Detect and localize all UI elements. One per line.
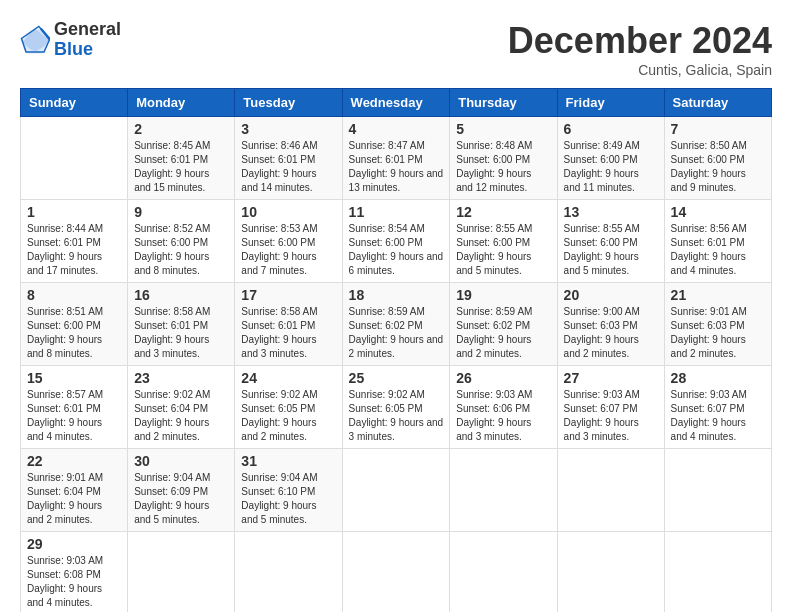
calendar-week-row: 1Sunrise: 8:44 AM Sunset: 6:01 PM Daylig… [21, 200, 772, 283]
day-number: 23 [134, 370, 228, 386]
day-number: 18 [349, 287, 444, 303]
day-number: 2 [134, 121, 228, 137]
day-info: Sunrise: 8:45 AM Sunset: 6:01 PM Dayligh… [134, 139, 228, 195]
day-number: 17 [241, 287, 335, 303]
day-info: Sunrise: 8:58 AM Sunset: 6:01 PM Dayligh… [134, 305, 228, 361]
day-number: 19 [456, 287, 550, 303]
calendar-week-row: 15Sunrise: 8:57 AM Sunset: 6:01 PM Dayli… [21, 366, 772, 449]
calendar-cell: 8Sunrise: 8:51 AM Sunset: 6:00 PM Daylig… [21, 283, 128, 366]
day-info: Sunrise: 9:01 AM Sunset: 6:04 PM Dayligh… [27, 471, 121, 527]
calendar-cell: 27Sunrise: 9:03 AM Sunset: 6:07 PM Dayli… [557, 366, 664, 449]
day-number: 30 [134, 453, 228, 469]
calendar-cell [557, 532, 664, 613]
day-number: 8 [27, 287, 121, 303]
calendar-day-header: Friday [557, 89, 664, 117]
day-number: 20 [564, 287, 658, 303]
calendar-cell: 13Sunrise: 8:55 AM Sunset: 6:00 PM Dayli… [557, 200, 664, 283]
day-info: Sunrise: 8:55 AM Sunset: 6:00 PM Dayligh… [456, 222, 550, 278]
calendar-header-row: SundayMondayTuesdayWednesdayThursdayFrid… [21, 89, 772, 117]
calendar-cell: 21Sunrise: 9:01 AM Sunset: 6:03 PM Dayli… [664, 283, 771, 366]
day-info: Sunrise: 8:46 AM Sunset: 6:01 PM Dayligh… [241, 139, 335, 195]
calendar-week-row: 29Sunrise: 9:03 AM Sunset: 6:08 PM Dayli… [21, 532, 772, 613]
day-info: Sunrise: 8:50 AM Sunset: 6:00 PM Dayligh… [671, 139, 765, 195]
day-info: Sunrise: 9:03 AM Sunset: 6:06 PM Dayligh… [456, 388, 550, 444]
calendar-cell: 12Sunrise: 8:55 AM Sunset: 6:00 PM Dayli… [450, 200, 557, 283]
calendar-cell: 22Sunrise: 9:01 AM Sunset: 6:04 PM Dayli… [21, 449, 128, 532]
calendar-table: SundayMondayTuesdayWednesdayThursdayFrid… [20, 88, 772, 612]
calendar-cell [342, 449, 450, 532]
day-number: 5 [456, 121, 550, 137]
calendar-cell: 30Sunrise: 9:04 AM Sunset: 6:09 PM Dayli… [128, 449, 235, 532]
day-number: 16 [134, 287, 228, 303]
calendar-cell: 18Sunrise: 8:59 AM Sunset: 6:02 PM Dayli… [342, 283, 450, 366]
day-number: 27 [564, 370, 658, 386]
day-number: 26 [456, 370, 550, 386]
day-info: Sunrise: 9:00 AM Sunset: 6:03 PM Dayligh… [564, 305, 658, 361]
calendar-cell: 19Sunrise: 8:59 AM Sunset: 6:02 PM Dayli… [450, 283, 557, 366]
day-info: Sunrise: 9:04 AM Sunset: 6:10 PM Dayligh… [241, 471, 335, 527]
day-info: Sunrise: 8:48 AM Sunset: 6:00 PM Dayligh… [456, 139, 550, 195]
calendar-cell: 16Sunrise: 8:58 AM Sunset: 6:01 PM Dayli… [128, 283, 235, 366]
page-header: General Blue December 2024 Cuntis, Galic… [20, 20, 772, 78]
calendar-week-row: 2Sunrise: 8:45 AM Sunset: 6:01 PM Daylig… [21, 117, 772, 200]
day-number: 29 [27, 536, 121, 552]
day-info: Sunrise: 8:52 AM Sunset: 6:00 PM Dayligh… [134, 222, 228, 278]
day-number: 22 [27, 453, 121, 469]
day-number: 28 [671, 370, 765, 386]
day-info: Sunrise: 9:03 AM Sunset: 6:07 PM Dayligh… [671, 388, 765, 444]
calendar-cell: 29Sunrise: 9:03 AM Sunset: 6:08 PM Dayli… [21, 532, 128, 613]
calendar-cell: 17Sunrise: 8:58 AM Sunset: 6:01 PM Dayli… [235, 283, 342, 366]
day-info: Sunrise: 9:03 AM Sunset: 6:08 PM Dayligh… [27, 554, 121, 610]
day-number: 11 [349, 204, 444, 220]
calendar-day-header: Tuesday [235, 89, 342, 117]
day-number: 9 [134, 204, 228, 220]
calendar-cell [342, 532, 450, 613]
day-info: Sunrise: 9:02 AM Sunset: 6:05 PM Dayligh… [241, 388, 335, 444]
day-number: 31 [241, 453, 335, 469]
calendar-cell [450, 532, 557, 613]
title-block: December 2024 Cuntis, Galicia, Spain [508, 20, 772, 78]
calendar-day-header: Monday [128, 89, 235, 117]
day-info: Sunrise: 9:01 AM Sunset: 6:03 PM Dayligh… [671, 305, 765, 361]
calendar-cell: 23Sunrise: 9:02 AM Sunset: 6:04 PM Dayli… [128, 366, 235, 449]
day-info: Sunrise: 9:02 AM Sunset: 6:04 PM Dayligh… [134, 388, 228, 444]
day-info: Sunrise: 8:53 AM Sunset: 6:00 PM Dayligh… [241, 222, 335, 278]
day-info: Sunrise: 8:55 AM Sunset: 6:00 PM Dayligh… [564, 222, 658, 278]
calendar-cell: 1Sunrise: 8:44 AM Sunset: 6:01 PM Daylig… [21, 200, 128, 283]
day-number: 14 [671, 204, 765, 220]
day-number: 4 [349, 121, 444, 137]
calendar-cell: 26Sunrise: 9:03 AM Sunset: 6:06 PM Dayli… [450, 366, 557, 449]
logo-blue-text: Blue [54, 39, 93, 59]
calendar-cell: 20Sunrise: 9:00 AM Sunset: 6:03 PM Dayli… [557, 283, 664, 366]
day-number: 6 [564, 121, 658, 137]
day-info: Sunrise: 9:04 AM Sunset: 6:09 PM Dayligh… [134, 471, 228, 527]
day-number: 7 [671, 121, 765, 137]
calendar-cell [235, 532, 342, 613]
day-info: Sunrise: 9:03 AM Sunset: 6:07 PM Dayligh… [564, 388, 658, 444]
calendar-cell [450, 449, 557, 532]
calendar-cell: 9Sunrise: 8:52 AM Sunset: 6:00 PM Daylig… [128, 200, 235, 283]
calendar-cell [128, 532, 235, 613]
calendar-day-header: Saturday [664, 89, 771, 117]
day-info: Sunrise: 8:49 AM Sunset: 6:00 PM Dayligh… [564, 139, 658, 195]
calendar-cell: 28Sunrise: 9:03 AM Sunset: 6:07 PM Dayli… [664, 366, 771, 449]
logo-general-text: General [54, 19, 121, 39]
day-info: Sunrise: 8:59 AM Sunset: 6:02 PM Dayligh… [456, 305, 550, 361]
day-info: Sunrise: 9:02 AM Sunset: 6:05 PM Dayligh… [349, 388, 444, 444]
calendar-cell: 6Sunrise: 8:49 AM Sunset: 6:00 PM Daylig… [557, 117, 664, 200]
day-number: 15 [27, 370, 121, 386]
day-number: 13 [564, 204, 658, 220]
calendar-cell [557, 449, 664, 532]
day-number: 24 [241, 370, 335, 386]
calendar-cell: 3Sunrise: 8:46 AM Sunset: 6:01 PM Daylig… [235, 117, 342, 200]
calendar-week-row: 8Sunrise: 8:51 AM Sunset: 6:00 PM Daylig… [21, 283, 772, 366]
day-info: Sunrise: 8:56 AM Sunset: 6:01 PM Dayligh… [671, 222, 765, 278]
calendar-cell: 14Sunrise: 8:56 AM Sunset: 6:01 PM Dayli… [664, 200, 771, 283]
location: Cuntis, Galicia, Spain [508, 62, 772, 78]
calendar-day-header: Sunday [21, 89, 128, 117]
calendar-cell [664, 532, 771, 613]
calendar-cell: 24Sunrise: 9:02 AM Sunset: 6:05 PM Dayli… [235, 366, 342, 449]
day-number: 10 [241, 204, 335, 220]
calendar-cell: 10Sunrise: 8:53 AM Sunset: 6:00 PM Dayli… [235, 200, 342, 283]
calendar-cell: 15Sunrise: 8:57 AM Sunset: 6:01 PM Dayli… [21, 366, 128, 449]
